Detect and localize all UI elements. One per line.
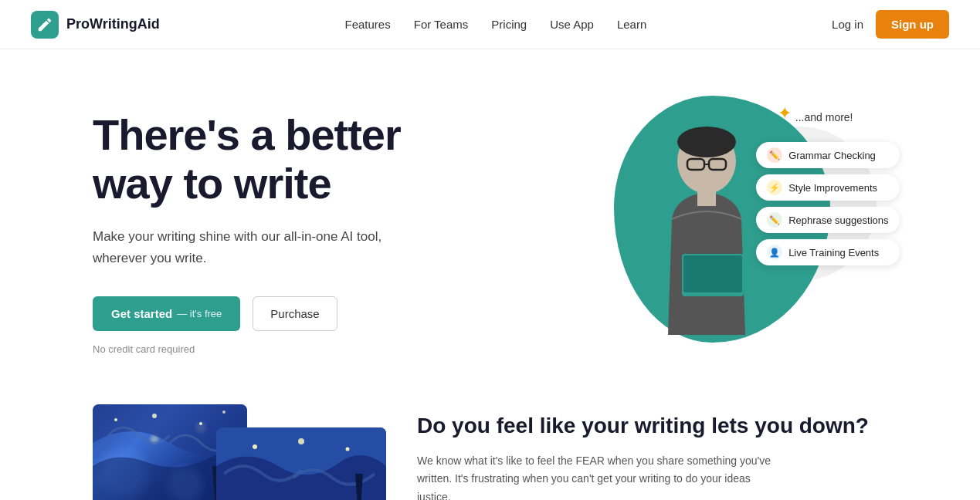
style-icon: ⚡ bbox=[767, 180, 782, 195]
svg-point-1 bbox=[677, 127, 736, 157]
get-started-label: Get started bbox=[111, 307, 172, 320]
section-title: Do you feel like your writing lets you d… bbox=[417, 412, 949, 440]
login-link[interactable]: Log in bbox=[832, 18, 863, 31]
signup-button[interactable]: Sign up bbox=[876, 10, 949, 39]
svg-rect-7 bbox=[697, 191, 716, 206]
no-credit-text: No credit card required bbox=[93, 343, 525, 355]
logo-text: ProWritingAid bbox=[66, 16, 160, 32]
grammar-label: Grammar Checking bbox=[788, 150, 876, 161]
svg-point-10 bbox=[199, 422, 202, 425]
nav-links: Features For Teams Pricing Use App Learn bbox=[345, 18, 647, 32]
grammar-icon: ✏️ bbox=[767, 147, 782, 163]
style-label: Style Improvements bbox=[788, 182, 877, 194]
sparkle-icon: ✦ bbox=[778, 103, 792, 123]
svg-point-13 bbox=[253, 444, 257, 449]
nav-for-teams[interactable]: For Teams bbox=[414, 18, 469, 31]
svg-point-8 bbox=[114, 418, 117, 421]
hero-illustration: ...and more! ✦ ✏️ Grammar Checking ⚡ Sty… bbox=[591, 96, 884, 358]
get-started-button[interactable]: Get started — it's free bbox=[93, 296, 240, 331]
and-more-text: ...and more! bbox=[795, 111, 853, 123]
navigation: ProWritingAid Features For Teams Pricing… bbox=[0, 0, 980, 49]
pill-training: 👤 Live Training Events bbox=[756, 239, 899, 265]
hero-title: There's a better way to write bbox=[93, 111, 525, 208]
hero-subtitle: Make your writing shine with our all-in-… bbox=[93, 226, 386, 268]
free-label: — it's free bbox=[177, 308, 222, 319]
nav-right: Log in Sign up bbox=[832, 10, 949, 39]
nav-pricing[interactable]: Pricing bbox=[491, 18, 527, 31]
pill-rephrase: ✏️ Rephrase suggestions bbox=[756, 207, 899, 233]
second-right: Do you feel like your writing lets you d… bbox=[417, 404, 949, 500]
svg-point-11 bbox=[222, 410, 226, 414]
nav-use-app[interactable]: Use App bbox=[550, 18, 594, 31]
feature-pills: ✏️ Grammar Checking ⚡ Style Improvements… bbox=[756, 142, 899, 265]
nav-learn[interactable]: Learn bbox=[617, 18, 646, 31]
rephrase-icon: ✏️ bbox=[767, 212, 782, 228]
collage-front bbox=[216, 427, 386, 500]
image-collage: My idea in my head bbox=[93, 404, 371, 500]
rephrase-label: Rephrase suggestions bbox=[788, 215, 888, 226]
pill-grammar: ✏️ Grammar Checking bbox=[756, 142, 899, 168]
training-label: Live Training Events bbox=[788, 247, 879, 258]
second-section: My idea in my head Do you feel like your… bbox=[0, 389, 980, 500]
svg-point-9 bbox=[152, 414, 157, 418]
logo-svg bbox=[36, 16, 53, 33]
purchase-button[interactable]: Purchase bbox=[253, 296, 337, 331]
logo[interactable]: ProWritingAid bbox=[31, 11, 160, 39]
nav-features[interactable]: Features bbox=[345, 18, 391, 31]
svg-point-14 bbox=[298, 438, 304, 444]
collage-front-svg bbox=[216, 427, 386, 500]
svg-rect-6 bbox=[683, 255, 742, 292]
logo-icon bbox=[31, 11, 59, 39]
pill-style: ⚡ Style Improvements bbox=[756, 174, 899, 201]
svg-point-15 bbox=[346, 448, 350, 451]
training-icon: 👤 bbox=[767, 245, 782, 260]
section-body: We know what it's like to feel the FEAR … bbox=[417, 452, 772, 500]
hero-buttons: Get started — it's free Purchase bbox=[93, 296, 525, 331]
hero-left: There's a better way to write Make your … bbox=[93, 96, 525, 355]
hero-section: There's a better way to write Make your … bbox=[0, 49, 980, 389]
hero-right: ...and more! ✦ ✏️ Grammar Checking ⚡ Sty… bbox=[525, 96, 949, 358]
